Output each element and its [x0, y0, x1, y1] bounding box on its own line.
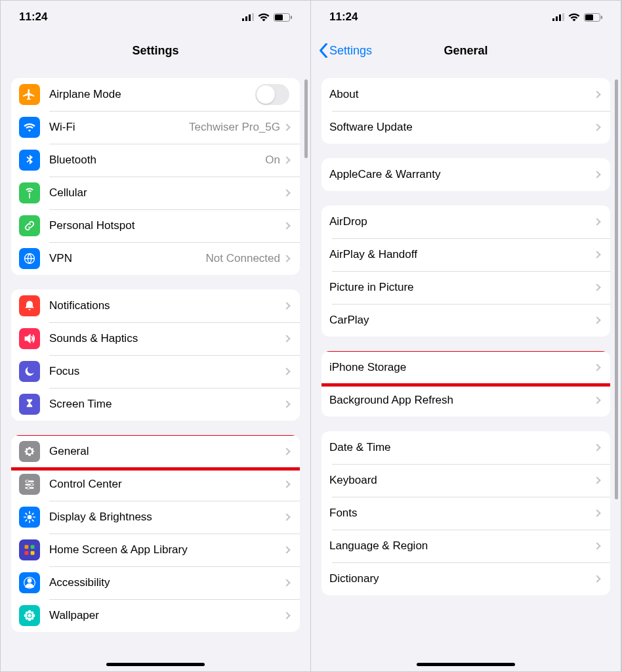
home-indicator[interactable] — [417, 663, 515, 666]
row-airdrop[interactable]: AirDrop — [321, 205, 610, 238]
svg-point-19 — [28, 578, 32, 583]
row-screentime[interactable]: Screen Time — [11, 388, 300, 421]
row-label: AppleCare & Warranty — [329, 168, 594, 181]
row-bgrefresh[interactable]: Background App Refresh — [321, 384, 610, 417]
row-about[interactable]: About — [321, 78, 610, 111]
row-label: Sounds & Haptics — [49, 332, 284, 345]
row-label: Notifications — [49, 299, 284, 312]
home-indicator[interactable] — [106, 663, 205, 666]
back-button[interactable]: Settings — [319, 43, 372, 58]
row-dictionary[interactable]: Dictionary — [321, 562, 610, 595]
chevron-left-icon — [319, 43, 328, 58]
svg-rect-1 — [245, 16, 247, 21]
row-storage[interactable]: iPhone Storage — [321, 351, 610, 384]
status-icons — [242, 13, 292, 22]
sun-icon — [19, 507, 40, 528]
row-notifications[interactable]: Notifications — [11, 289, 300, 322]
toggle-airplane[interactable] — [255, 84, 289, 105]
row-airplane[interactable]: Airplane Mode — [11, 78, 300, 111]
chevron-right-icon — [593, 218, 600, 225]
row-label: Screen Time — [49, 398, 284, 411]
chevron-right-icon — [283, 156, 290, 163]
status-time: 11:24 — [329, 10, 358, 24]
row-label: iPhone Storage — [329, 361, 594, 374]
row-wifi[interactable]: Wi-FiTechwiser Pro_5G — [11, 111, 300, 144]
chevron-right-icon — [593, 171, 600, 178]
row-cellular[interactable]: Cellular — [11, 177, 300, 209]
row-label: AirPlay & Handoff — [329, 248, 594, 261]
svg-rect-15 — [25, 545, 29, 549]
row-label: Dictionary — [329, 572, 594, 585]
row-label: Focus — [49, 365, 284, 378]
row-keyboard[interactable]: Keyboard — [321, 464, 610, 497]
general-content[interactable]: AboutSoftware UpdateAppleCare & Warranty… — [311, 68, 621, 671]
row-focus[interactable]: Focus — [11, 355, 300, 388]
chevron-right-icon — [283, 400, 290, 408]
svg-rect-30 — [552, 18, 554, 21]
svg-point-22 — [28, 610, 31, 614]
settings-group: GeneralControl CenterDisplay & Brightnes… — [11, 435, 300, 632]
row-bluetooth[interactable]: BluetoothOn — [11, 144, 300, 177]
row-label: Picture in Picture — [329, 281, 594, 294]
row-label: Airplane Mode — [49, 88, 255, 101]
svg-rect-36 — [601, 16, 602, 19]
chevron-right-icon — [283, 368, 290, 375]
nav-bar: Settings — [1, 33, 310, 68]
chevron-right-icon — [283, 546, 290, 553]
row-language[interactable]: Language & Region — [321, 530, 610, 562]
wifi-icon — [19, 117, 40, 138]
row-carplay[interactable]: CarPlay — [321, 304, 610, 337]
row-label: Software Update — [329, 121, 594, 134]
svg-rect-17 — [25, 551, 29, 555]
row-applecare[interactable]: AppleCare & Warranty — [321, 158, 610, 191]
row-homescreen[interactable]: Home Screen & App Library — [11, 534, 300, 566]
person-icon — [19, 572, 40, 593]
svg-rect-2 — [249, 14, 251, 21]
row-datetime[interactable]: Date & Time — [321, 431, 610, 464]
battery-icon — [584, 13, 602, 22]
row-sounds[interactable]: Sounds & Haptics — [11, 322, 300, 355]
row-value: Not Connected — [206, 252, 280, 265]
row-value: Techwiser Pro_5G — [189, 121, 280, 134]
row-software[interactable]: Software Update — [321, 111, 610, 144]
scrollbar[interactable] — [615, 79, 618, 499]
settings-content[interactable]: Airplane ModeWi-FiTechwiser Pro_5GBlueto… — [1, 68, 310, 671]
svg-point-29 — [31, 617, 33, 620]
svg-point-21 — [28, 614, 31, 618]
status-bar: 11:24 — [1, 1, 310, 33]
svg-point-13 — [27, 486, 30, 489]
chevron-right-icon — [283, 480, 290, 488]
row-label: Wallpaper — [49, 609, 284, 622]
svg-point-23 — [28, 618, 31, 621]
chevron-right-icon — [593, 284, 600, 291]
wifi-status-icon — [568, 13, 580, 22]
chevron-right-icon — [283, 579, 290, 586]
chevron-right-icon — [283, 448, 290, 455]
chevron-right-icon — [593, 123, 600, 131]
row-pip[interactable]: Picture in Picture — [321, 271, 610, 304]
chevron-right-icon — [593, 91, 600, 98]
hourglass-icon — [19, 394, 40, 415]
svg-rect-16 — [31, 545, 35, 549]
scrollbar[interactable] — [304, 79, 308, 158]
chevron-right-icon — [283, 612, 290, 619]
svg-rect-31 — [556, 16, 558, 21]
row-controlcenter[interactable]: Control Center — [11, 468, 300, 501]
row-label: Language & Region — [329, 539, 594, 553]
row-label: Accessibility — [49, 576, 284, 589]
bell-icon — [19, 295, 40, 316]
row-wallpaper[interactable]: Wallpaper — [11, 599, 300, 632]
globe-icon — [19, 248, 40, 269]
row-vpn[interactable]: VPNNot Connected — [11, 242, 300, 275]
row-fonts[interactable]: Fonts — [321, 497, 610, 530]
row-label: Cellular — [49, 186, 284, 200]
row-airplay[interactable]: AirPlay & Handoff — [321, 238, 610, 271]
chevron-right-icon — [283, 255, 290, 262]
row-accessibility[interactable]: Accessibility — [11, 566, 300, 599]
status-bar: 11:24 — [311, 1, 621, 33]
row-hotspot[interactable]: Personal Hotspot — [11, 209, 300, 242]
row-display[interactable]: Display & Brightness — [11, 501, 300, 534]
chevron-right-icon — [283, 222, 290, 229]
chevron-right-icon — [283, 513, 290, 520]
row-general[interactable]: General — [11, 435, 300, 468]
